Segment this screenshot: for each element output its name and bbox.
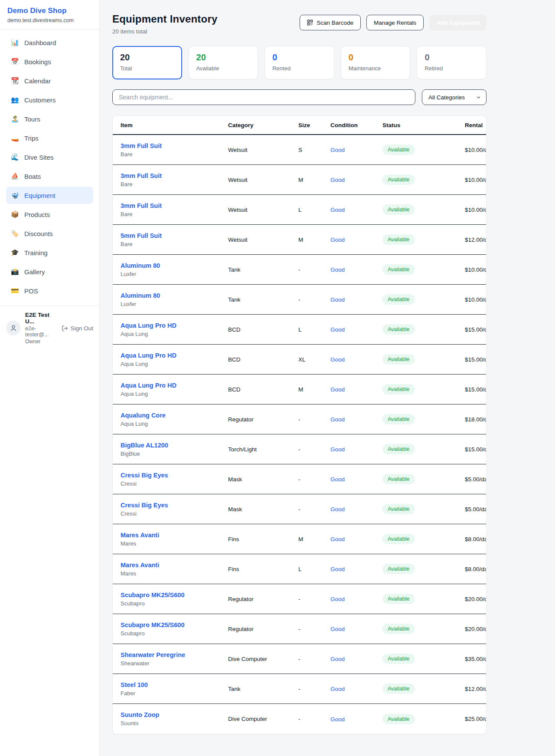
sidebar-item-discounts[interactable]: 🏷️ Discounts <box>6 225 93 242</box>
search-input[interactable] <box>112 89 415 105</box>
item-name-link[interactable]: Suunto Zoop <box>121 711 228 718</box>
stat-card[interactable]: 0 Retired <box>417 46 486 79</box>
condition-link[interactable]: Good <box>330 386 345 393</box>
item-name-link[interactable]: 5mm Full Suit <box>121 232 228 239</box>
user-name: E2E Test U... <box>25 312 57 325</box>
table-row-Suunto Zoop: Suunto Zoop Suunto Dive Computer - Good … <box>113 704 486 734</box>
condition-link[interactable]: Good <box>330 566 345 572</box>
sidebar-item-gallery[interactable]: 📸 Gallery <box>6 263 93 280</box>
rental-cell: $12.00/day <box>465 237 486 243</box>
condition-link[interactable]: Good <box>330 416 345 423</box>
item-name-link[interactable]: 3mm Full Suit <box>121 142 228 149</box>
condition-link[interactable]: Good <box>330 237 345 243</box>
item-name-link[interactable]: Scubapro MK25/S600 <box>121 592 228 598</box>
item-brand: Mares <box>121 570 228 577</box>
stat-card[interactable]: 0 Rented <box>264 46 334 79</box>
rental-cell: $5.00/day <box>465 506 486 513</box>
item-name-link[interactable]: Steel 100 <box>121 681 228 688</box>
status-badge: Available <box>382 564 415 574</box>
condition-cell: Good <box>330 355 382 363</box>
condition-link[interactable]: Good <box>330 147 345 153</box>
manage-rentals-button[interactable]: Manage Rentals <box>366 15 424 30</box>
item-name-link[interactable]: Aqualung Core <box>121 412 228 419</box>
sign-out-button[interactable]: Sign Out <box>62 325 93 332</box>
item-name-link[interactable]: 3mm Full Suit <box>121 202 228 209</box>
sidebar-item-customers[interactable]: 👥 Customers <box>6 91 93 108</box>
item-brand: Cressi <box>121 510 228 517</box>
condition-link[interactable]: Good <box>330 326 345 333</box>
item-name-link[interactable]: Scubapro MK25/S600 <box>121 621 228 628</box>
item-name-link[interactable]: Shearwater Peregrine <box>121 651 228 658</box>
condition-link[interactable]: Good <box>330 207 345 213</box>
add-equipment-button[interactable]: Add Equipment <box>429 15 486 30</box>
column-header: Item <box>121 122 228 128</box>
condition-link[interactable]: Good <box>330 536 345 542</box>
item-brand: Luxfer <box>121 301 228 307</box>
item-brand: Bare <box>121 211 228 217</box>
condition-link[interactable]: Good <box>330 596 345 602</box>
category-filter-select[interactable]: All Categories <box>422 89 486 105</box>
condition-link[interactable]: Good <box>330 626 345 632</box>
condition-link[interactable]: Good <box>330 177 345 183</box>
status-cell: Available <box>382 204 465 215</box>
stat-card[interactable]: 20 Available <box>189 46 258 79</box>
item-name-link[interactable]: Cressi Big Eyes <box>121 502 228 509</box>
item-name-link[interactable]: Aluminum 80 <box>121 292 228 299</box>
brand-title[interactable]: Demo Dive Shop <box>7 7 92 15</box>
stat-card[interactable]: 0 Maintenance <box>341 46 411 79</box>
table-row-Steel 100: Steel 100 Faber Tank - Good Available $1… <box>113 674 486 704</box>
item-name-link[interactable]: Mares Avanti <box>121 562 228 569</box>
stat-value: 0 <box>424 52 479 62</box>
condition-link[interactable]: Good <box>330 356 345 363</box>
sidebar-item-training[interactable]: 🎓 Training <box>6 244 93 261</box>
scan-barcode-button[interactable]: Scan Barcode <box>300 15 361 30</box>
item-name-link[interactable]: Aluminum 80 <box>121 262 228 269</box>
condition-link[interactable]: Good <box>330 686 345 692</box>
sidebar-item-bookings[interactable]: 📅 Bookings <box>6 53 93 70</box>
item-name-link[interactable]: Mares Avanti <box>121 532 228 539</box>
item-name-link[interactable]: Cressi Big Eyes <box>121 472 228 479</box>
add-equipment-label: Add Equipment <box>436 20 480 26</box>
item-name-link[interactable]: Aqua Lung Pro HD <box>121 382 228 389</box>
sidebar-nav: 📊 Dashboard 📅 Bookings 📆 Calendar 👥 Cust… <box>0 30 99 303</box>
condition-link[interactable]: Good <box>330 656 345 662</box>
category-cell: BCD <box>228 386 298 393</box>
item-name-link[interactable]: Aqua Lung Pro HD <box>121 352 228 359</box>
status-badge: Available <box>382 354 415 365</box>
item-name-link[interactable]: BigBlue AL1200 <box>121 442 228 449</box>
table-row-Shearwater Peregrine: Shearwater Peregrine Shearwater Dive Com… <box>113 644 486 674</box>
sidebar-item-trips[interactable]: 🚤 Trips <box>6 129 93 147</box>
condition-link[interactable]: Good <box>330 266 345 273</box>
status-badge: Available <box>382 204 415 215</box>
sidebar-item-dive-sites[interactable]: 🌊 Dive Sites <box>6 148 93 166</box>
condition-link[interactable]: Good <box>330 716 345 723</box>
item-brand: Aqua Lung <box>121 361 228 367</box>
status-cell: Available <box>382 594 465 604</box>
user-info: E2E Test U... e2e-tester@... Owner <box>25 312 57 345</box>
condition-link[interactable]: Good <box>330 296 345 303</box>
sidebar: Demo Dive Shop demo.test.divestreams.com… <box>0 0 100 756</box>
condition-link[interactable]: Good <box>330 446 345 453</box>
size-cell: L <box>298 326 330 333</box>
size-cell: M <box>298 177 330 183</box>
sidebar-item-boats[interactable]: ⛵ Boats <box>6 168 93 185</box>
sidebar-item-pos[interactable]: 💳 POS <box>6 282 93 299</box>
status-badge: Available <box>382 504 415 514</box>
condition-cell: Good <box>330 206 382 214</box>
condition-cell: Good <box>330 266 382 273</box>
stat-card[interactable]: 20 Total <box>112 46 182 79</box>
stat-value: 0 <box>272 52 326 62</box>
condition-link[interactable]: Good <box>330 476 345 483</box>
sidebar-item-calendar[interactable]: 📆 Calendar <box>6 72 93 89</box>
status-badge: Available <box>382 594 415 604</box>
status-badge: Available <box>382 264 415 275</box>
status-cell: Available <box>382 534 465 544</box>
sidebar-item-dashboard[interactable]: 📊 Dashboard <box>6 34 93 51</box>
stat-label: Retired <box>424 65 479 72</box>
sidebar-item-tours[interactable]: 🏝️ Tours <box>6 110 93 128</box>
item-name-link[interactable]: 3mm Full Suit <box>121 172 228 179</box>
sidebar-item-products[interactable]: 📦 Products <box>6 206 93 223</box>
sidebar-item-equipment[interactable]: 🤿 Equipment <box>6 187 93 204</box>
condition-link[interactable]: Good <box>330 506 345 513</box>
item-name-link[interactable]: Aqua Lung Pro HD <box>121 322 228 329</box>
